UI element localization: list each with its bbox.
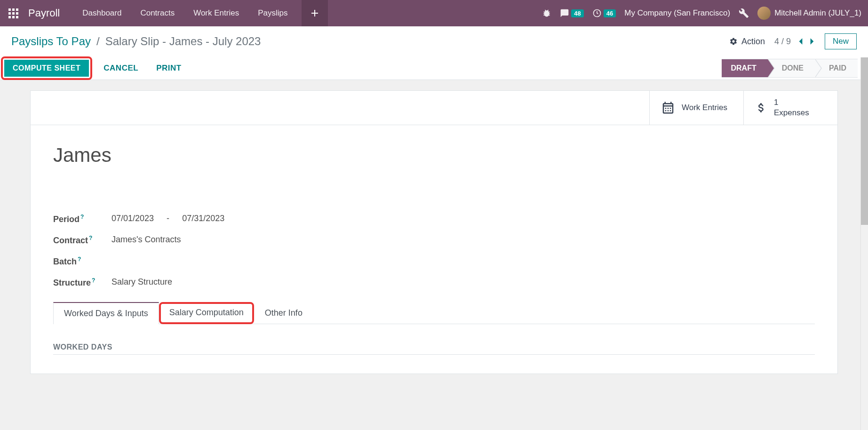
wrench-icon — [739, 8, 749, 18]
status-draft[interactable]: DRAFT — [722, 59, 768, 78]
support-button[interactable] — [739, 8, 749, 18]
bug-icon — [542, 8, 551, 18]
compute-highlight: COMPUTE SHEET — [1, 56, 92, 80]
apps-menu-icon[interactable] — [0, 0, 26, 26]
help-icon[interactable]: ? — [78, 256, 81, 263]
scrollbar-thumb[interactable] — [861, 57, 868, 225]
action-dropdown[interactable]: Action — [729, 37, 765, 47]
avatar — [757, 7, 771, 20]
field-batch: Batch? — [53, 256, 815, 267]
work-entries-stat-button[interactable]: Work Entries — [649, 91, 743, 125]
nav-new-tab-button[interactable] — [302, 0, 328, 26]
breadcrumb-controls: Action 4 / 9 New — [729, 33, 857, 49]
breadcrumb-bar: Payslips To Pay / Salary Slip - James - … — [0, 26, 868, 56]
calendar-icon — [661, 101, 675, 115]
gear-icon — [729, 37, 738, 46]
help-icon[interactable]: ? — [80, 214, 84, 220]
pager: 4 / 9 — [774, 37, 815, 47]
stat-buttons: Work Entries 1 Expenses — [31, 91, 837, 125]
content: Work Entries 1 Expenses James Period? — [0, 80, 868, 374]
nav-payslips[interactable]: Payslips — [248, 0, 297, 26]
plus-icon — [311, 9, 319, 17]
activities-button[interactable]: 46 — [592, 8, 616, 18]
structure-value[interactable]: Salary Structure — [111, 277, 172, 288]
top-nav: Payroll Dashboard Contracts Work Entries… — [0, 0, 868, 26]
app-title[interactable]: Payroll — [26, 7, 73, 19]
dollar-icon — [755, 101, 767, 115]
expenses-count: 1 — [774, 97, 809, 108]
worked-days-heading: WORKED DAYS — [53, 343, 815, 355]
status-bar: DRAFT DONE PAID — [722, 59, 858, 78]
messages-button[interactable]: 48 — [560, 8, 583, 18]
debug-icon[interactable] — [542, 8, 551, 18]
help-icon[interactable]: ? — [92, 277, 95, 284]
breadcrumb-current: Salary Slip - James - July 2023 — [105, 35, 261, 48]
status-done[interactable]: DONE — [768, 59, 815, 78]
batch-label: Batch — [53, 257, 77, 266]
scrollbar[interactable] — [860, 57, 868, 374]
record-title: James — [53, 144, 815, 167]
help-icon[interactable]: ? — [89, 235, 92, 241]
period-to[interactable]: 07/31/2023 — [182, 214, 224, 223]
chevron-right-icon — [809, 37, 815, 46]
cancel-button[interactable]: CANCEL — [97, 64, 145, 73]
period-label: Period — [53, 215, 80, 224]
field-contract: Contract? James's Contracts — [53, 235, 815, 246]
nav-dashboard[interactable]: Dashboard — [73, 0, 131, 26]
nav-contracts[interactable]: Contracts — [131, 0, 184, 26]
clock-icon — [592, 8, 602, 18]
chat-icon — [560, 8, 569, 18]
nav-menu: Dashboard Contracts Work Entries Payslip… — [73, 0, 328, 26]
compute-sheet-button[interactable]: COMPUTE SHEET — [4, 60, 89, 77]
new-button[interactable]: New — [825, 33, 857, 49]
breadcrumb-sep: / — [96, 35, 100, 48]
nav-right: 48 46 My Company (San Francisco) Mitchel… — [542, 7, 868, 20]
form-sheet: Work Entries 1 Expenses James Period? — [30, 90, 838, 374]
tab-worked-days[interactable]: Worked Days & Inputs — [53, 302, 159, 324]
period-sep: - — [156, 214, 180, 223]
activities-badge: 46 — [604, 9, 616, 17]
print-button[interactable]: PRINT — [150, 64, 188, 73]
pager-next[interactable] — [809, 37, 815, 46]
field-structure: Structure? Salary Structure — [53, 277, 815, 288]
pager-count[interactable]: 4 / 9 — [774, 37, 791, 47]
form-body: James Period? 07/01/2023 - 07/31/2023 Co… — [31, 125, 837, 374]
tabs: Worked Days & Inputs Salary Computation … — [53, 302, 815, 324]
user-menu[interactable]: Mitchell Admin (JULY_1) — [757, 7, 861, 20]
period-from[interactable]: 07/01/2023 — [111, 214, 154, 223]
actions-bar: COMPUTE SHEET CANCEL PRINT DRAFT DONE PA… — [0, 56, 868, 80]
expenses-stat-button[interactable]: 1 Expenses — [743, 91, 837, 125]
structure-label: Structure — [53, 278, 91, 287]
breadcrumb-parent[interactable]: Payslips To Pay — [11, 35, 91, 48]
breadcrumb: Payslips To Pay / Salary Slip - James - … — [11, 35, 261, 48]
user-name: Mitchell Admin (JULY_1) — [774, 8, 861, 18]
contract-value[interactable]: James's Contracts — [111, 235, 181, 246]
chevron-left-icon — [797, 37, 804, 46]
work-entries-stat-label: Work Entries — [682, 103, 727, 113]
tab-salary-computation[interactable]: Salary Computation — [159, 302, 254, 324]
tab-content: WORKED DAYS — [53, 324, 815, 364]
contract-label: Contract — [53, 236, 88, 245]
tab-other-info[interactable]: Other Info — [254, 302, 313, 324]
company-selector[interactable]: My Company (San Francisco) — [624, 8, 730, 18]
messages-badge: 48 — [571, 9, 583, 17]
pager-prev[interactable] — [797, 37, 804, 46]
action-label: Action — [741, 37, 765, 47]
nav-work-entries[interactable]: Work Entries — [184, 0, 248, 26]
expenses-label: Expenses — [774, 108, 809, 118]
field-period: Period? 07/01/2023 - 07/31/2023 — [53, 214, 815, 224]
